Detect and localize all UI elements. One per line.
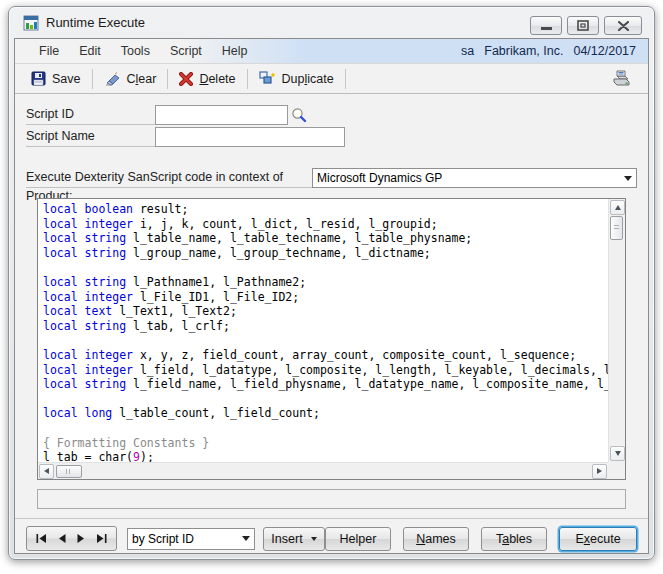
triangle-up-icon xyxy=(615,205,621,210)
code-content[interactable]: local boolean result;local integer i, j,… xyxy=(38,199,608,462)
first-record-icon xyxy=(36,534,47,543)
previous-record-icon xyxy=(58,534,66,543)
triangle-left-icon xyxy=(44,468,49,474)
session-status: sa Fabrikam, Inc. 04/12/2017 xyxy=(461,44,638,58)
triangle-down-icon xyxy=(615,451,621,456)
action-buttons: Helper Names Tables Execute xyxy=(325,527,637,551)
toolbar-separator xyxy=(167,69,168,89)
footer-bar: by Script ID Insert Helper Names Tables … xyxy=(15,518,648,551)
scrollbar-corner xyxy=(608,462,625,479)
script-id-lookup-button[interactable] xyxy=(288,104,310,125)
scroll-down-button[interactable] xyxy=(610,446,625,461)
status-message-box xyxy=(37,489,626,509)
product-dropdown[interactable]: Microsoft Dynamics GP xyxy=(312,168,637,188)
printer-icon xyxy=(612,70,632,87)
close-button[interactable] xyxy=(604,16,642,35)
script-id-row: Script ID xyxy=(26,104,637,125)
client-area: File Edit Tools Script Help sa Fabrikam,… xyxy=(14,38,649,554)
session-company: Fabrikam, Inc. xyxy=(484,44,563,58)
horizontal-scroll-thumb[interactable] xyxy=(56,465,82,478)
script-name-row: Script Name xyxy=(26,127,637,147)
chevron-down-icon xyxy=(311,537,317,541)
vertical-scroll-thumb[interactable] xyxy=(610,216,623,240)
script-id-input[interactable] xyxy=(155,105,288,125)
save-icon xyxy=(31,71,46,86)
scroll-right-button[interactable] xyxy=(592,464,607,479)
duplicate-button[interactable]: Duplicate xyxy=(251,68,342,89)
vertical-scrollbar[interactable] xyxy=(608,199,625,462)
product-dropdown-value: Microsoft Dynamics GP xyxy=(317,171,442,185)
menu-item-help[interactable]: Help xyxy=(212,44,258,58)
scroll-left-button[interactable] xyxy=(39,464,54,479)
menu-item-script[interactable]: Script xyxy=(160,44,212,58)
form-area: Script ID Script Name Execute Dexterity … xyxy=(15,104,648,509)
sort-by-dropdown[interactable]: by Script ID xyxy=(127,528,255,550)
thumb-grip xyxy=(614,225,619,231)
clear-button[interactable]: Clear xyxy=(96,69,165,89)
minimize-icon xyxy=(541,27,552,30)
minimize-button[interactable] xyxy=(530,16,562,35)
eraser-icon xyxy=(104,72,121,86)
next-record-icon xyxy=(77,534,85,543)
lookup-magnifier-icon xyxy=(291,107,307,123)
chevron-down-icon xyxy=(242,536,250,541)
toolbar: Save Clear Delete xyxy=(15,64,648,94)
scroll-up-button[interactable] xyxy=(610,200,625,215)
menu-item-tools[interactable]: Tools xyxy=(111,44,160,58)
last-record-icon xyxy=(96,534,107,543)
menu-bar: File Edit Tools Script Help sa Fabrikam,… xyxy=(15,39,648,64)
toolbar-separator xyxy=(247,69,248,89)
window-title: Runtime Execute xyxy=(46,15,145,30)
app-window: Runtime Execute File Edit Tools S xyxy=(8,6,655,560)
script-id-label: Script ID xyxy=(26,105,155,125)
sort-by-value: by Script ID xyxy=(132,532,194,546)
insert-button[interactable]: Insert xyxy=(263,527,325,551)
previous-record-button[interactable] xyxy=(58,534,66,543)
delete-button[interactable]: Delete xyxy=(171,69,243,89)
chevron-down-icon xyxy=(624,176,632,181)
restore-button[interactable] xyxy=(567,16,599,35)
triangle-right-icon xyxy=(597,468,602,474)
names-button[interactable]: Names xyxy=(403,527,469,551)
delete-x-icon xyxy=(179,72,193,86)
close-icon xyxy=(618,21,629,31)
restore-icon xyxy=(577,20,589,31)
save-button[interactable]: Save xyxy=(23,68,89,89)
session-user: sa xyxy=(461,44,474,58)
app-icon xyxy=(23,15,39,31)
execute-button[interactable]: Execute xyxy=(559,527,637,551)
session-date: 04/12/2017 xyxy=(573,44,636,58)
helper-button[interactable]: Helper xyxy=(325,527,391,551)
script-name-input[interactable] xyxy=(155,127,345,147)
next-record-button[interactable] xyxy=(77,534,85,543)
first-record-button[interactable] xyxy=(36,534,47,543)
title-bar: Runtime Execute xyxy=(9,7,654,38)
toolbar-separator xyxy=(345,69,346,89)
toolbar-separator xyxy=(92,69,93,89)
menu-item-edit[interactable]: Edit xyxy=(69,44,111,58)
script-name-label: Script Name xyxy=(26,127,155,147)
tables-button[interactable]: Tables xyxy=(481,527,547,551)
context-label: Execute Dexterity SanScript code in cont… xyxy=(26,168,312,188)
context-row: Execute Dexterity SanScript code in cont… xyxy=(26,168,637,188)
menu-item-file[interactable]: File xyxy=(29,44,69,58)
duplicate-icon xyxy=(259,71,276,86)
last-record-button[interactable] xyxy=(96,534,107,543)
record-navigation xyxy=(26,526,117,551)
thumb-grip xyxy=(66,469,72,474)
script-editor[interactable]: local boolean result;local integer i, j,… xyxy=(37,198,626,480)
print-button[interactable] xyxy=(604,67,640,90)
horizontal-scrollbar[interactable] xyxy=(38,462,608,479)
